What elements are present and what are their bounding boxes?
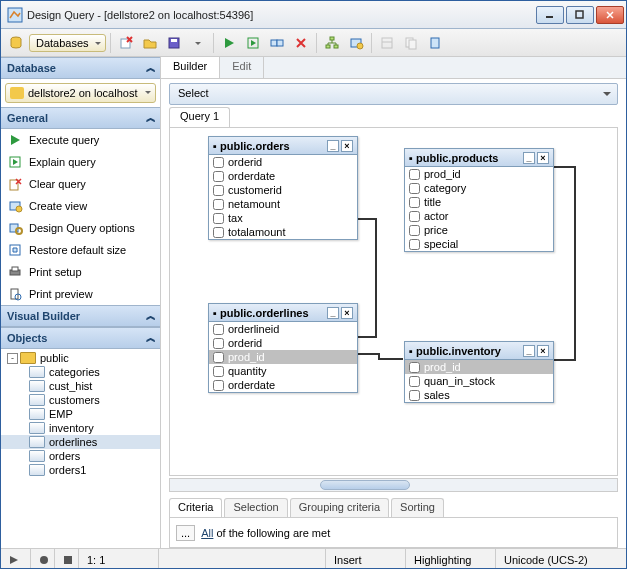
minimize-icon[interactable]: _ (327, 140, 339, 152)
object-tree[interactable]: -public categories cust_hist customers E… (1, 349, 160, 548)
tree-item-categories[interactable]: categories (1, 365, 160, 379)
collapse-icon[interactable]: - (7, 353, 18, 364)
col-orderid[interactable]: orderid (209, 155, 357, 169)
status-highlight: Highlighting (406, 549, 496, 569)
clear-icon (7, 176, 23, 192)
restore-size-item[interactable]: Restore default size (1, 239, 160, 261)
table-inventory[interactable]: ▪ public.inventory_× prod_id quan_in_sto… (404, 341, 554, 403)
query-tab[interactable]: Query 1 (169, 107, 230, 127)
status-play-icon[interactable] (1, 549, 31, 569)
tree-item-customers[interactable]: customers (1, 393, 160, 407)
svg-rect-10 (330, 37, 334, 40)
close-icon[interactable]: × (341, 307, 353, 319)
view-icon[interactable] (345, 32, 367, 54)
print-preview-item[interactable]: Print preview (1, 283, 160, 305)
execute-icon[interactable] (218, 32, 240, 54)
delete-row-icon[interactable] (115, 32, 137, 54)
minimize-icon[interactable]: _ (327, 307, 339, 319)
close-button[interactable] (596, 6, 624, 24)
tab-sorting[interactable]: Sorting (391, 498, 444, 517)
save-icon[interactable] (163, 32, 185, 54)
open-icon[interactable] (139, 32, 161, 54)
col-quantity[interactable]: quantity (209, 364, 357, 378)
panel-objects[interactable]: Objects︽ (1, 327, 160, 349)
restore-icon (7, 242, 23, 258)
options-item[interactable]: Design Query options (1, 217, 160, 239)
col-orderdate[interactable]: orderdate (209, 378, 357, 392)
col-prod-id[interactable]: prod_id (209, 350, 357, 364)
criteria-text[interactable]: All of the following are met (201, 527, 330, 539)
titlebar: Design Query - [dellstore2 on localhost:… (1, 1, 626, 29)
tab-selection[interactable]: Selection (224, 498, 287, 517)
clear-query-item[interactable]: Clear query (1, 173, 160, 195)
col-prod-id[interactable]: prod_id (405, 167, 553, 181)
table-orderlines[interactable]: ▪ public.orderlines_× orderlineid orderi… (208, 303, 358, 393)
col-prod-id[interactable]: prod_id (405, 360, 553, 374)
table-icon (29, 464, 45, 476)
col-actor[interactable]: actor (405, 209, 553, 223)
col-customerid[interactable]: customerid (209, 183, 357, 197)
minimize-button[interactable] (536, 6, 564, 24)
clear-icon[interactable] (290, 32, 312, 54)
col-netamount[interactable]: netamount (209, 197, 357, 211)
minimize-icon[interactable]: _ (523, 345, 535, 357)
execute-query-item[interactable]: Execute query (1, 129, 160, 151)
col-orderdate[interactable]: orderdate (209, 169, 357, 183)
save-dropdown-icon[interactable] (187, 32, 209, 54)
databases-dropdown[interactable]: Databases (29, 34, 106, 52)
tree-item-orders1[interactable]: orders1 (1, 463, 160, 477)
tree-item-orders[interactable]: orders (1, 449, 160, 463)
filter-icon[interactable] (424, 32, 446, 54)
col-orderlineid[interactable]: orderlineid (209, 322, 357, 336)
col-tax[interactable]: tax (209, 211, 357, 225)
tree-item-orderlines[interactable]: orderlines (1, 435, 160, 449)
col-title[interactable]: title (405, 195, 553, 209)
copy-icon[interactable] (400, 32, 422, 54)
col-special[interactable]: special (405, 237, 553, 251)
col-quan-in-stock[interactable]: quan_in_stock (405, 374, 553, 388)
maximize-button[interactable] (566, 6, 594, 24)
play-icon (7, 132, 23, 148)
status-spacer (159, 549, 326, 569)
tree-icon[interactable] (321, 32, 343, 54)
tree-item-cust-hist[interactable]: cust_hist (1, 379, 160, 393)
col-price[interactable]: price (405, 223, 553, 237)
tree-root[interactable]: -public (1, 351, 160, 365)
query-canvas[interactable]: ▪ public.orders_× orderid orderdate cust… (169, 127, 618, 476)
printer-icon (7, 264, 23, 280)
close-icon[interactable]: × (341, 140, 353, 152)
print-setup-item[interactable]: Print setup (1, 261, 160, 283)
tree-item-emp[interactable]: EMP (1, 407, 160, 421)
table-products[interactable]: ▪ public.products_× prod_id category tit… (404, 148, 554, 252)
close-icon[interactable]: × (537, 345, 549, 357)
create-view-item[interactable]: Create view (1, 195, 160, 217)
tree-item-inventory[interactable]: inventory (1, 421, 160, 435)
close-icon[interactable]: × (537, 152, 549, 164)
database-selector[interactable]: dellstore2 on localhost (5, 83, 156, 103)
explain2-icon[interactable] (266, 32, 288, 54)
panel-database[interactable]: Database︽ (1, 57, 160, 79)
tab-edit[interactable]: Edit (220, 57, 264, 78)
status-record-icon[interactable] (31, 549, 55, 569)
app-icon (7, 7, 23, 23)
panel-visual-builder[interactable]: Visual Builder︽ (1, 305, 160, 327)
tab-builder[interactable]: Builder (161, 57, 220, 78)
lock-icon: ▪ (409, 345, 413, 357)
canvas-scrollbar[interactable] (169, 478, 618, 492)
table-orders[interactable]: ▪ public.orders_× orderid orderdate cust… (208, 136, 358, 240)
minimize-icon[interactable]: _ (523, 152, 535, 164)
tab-grouping[interactable]: Grouping criteria (290, 498, 389, 517)
table-icon[interactable] (376, 32, 398, 54)
tab-criteria[interactable]: Criteria (169, 498, 222, 517)
col-category[interactable]: category (405, 181, 553, 195)
col-totalamount[interactable]: totalamount (209, 225, 357, 239)
col-orderid[interactable]: orderid (209, 336, 357, 350)
explain-icon[interactable] (242, 32, 264, 54)
select-bar[interactable]: Select (169, 83, 618, 105)
status-stop-icon[interactable] (55, 549, 79, 569)
criteria-ellipsis[interactable]: ... (176, 525, 195, 541)
svg-rect-2 (576, 11, 583, 18)
col-sales[interactable]: sales (405, 388, 553, 402)
explain-query-item[interactable]: Explain query (1, 151, 160, 173)
panel-general[interactable]: General︽ (1, 107, 160, 129)
